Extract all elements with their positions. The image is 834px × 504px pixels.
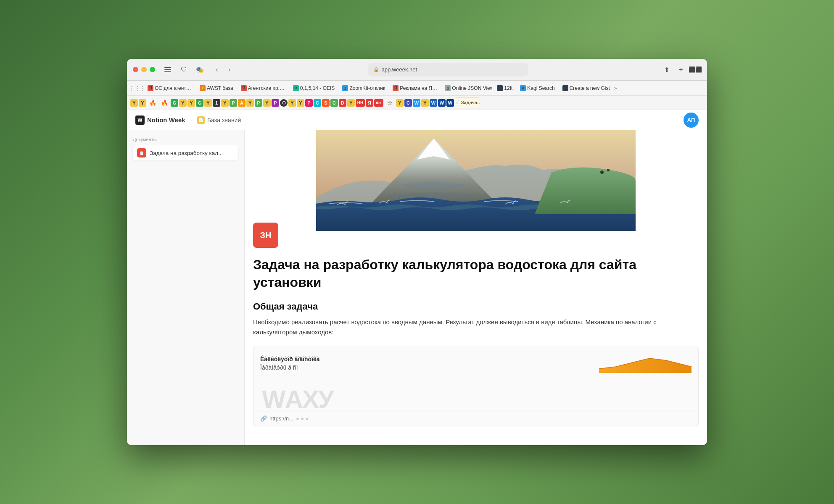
browser-window: 🛡 🎭 ‹ › 🔒 app.weeek.net ⬆ + ⬛⬛ ⋮⋮⋮ Я ОС … <box>127 59 707 445</box>
traffic-lights <box>133 67 155 72</box>
sidebar-item-task[interactable]: 📋 Задача на разработку кал... <box>133 145 238 160</box>
back-button[interactable]: ‹ <box>211 64 222 75</box>
breadcrumb[interactable]: 📄 База знаний <box>197 116 241 124</box>
bm2-d[interactable]: D <box>339 99 346 107</box>
page-title: Задача на разработку калькулятора водост… <box>245 256 707 291</box>
bm2-2[interactable]: Y <box>139 99 146 107</box>
bm2-1[interactable]: Y <box>130 99 138 107</box>
bm2-w2[interactable]: W <box>430 99 437 107</box>
bm2-p1[interactable]: P <box>230 99 237 107</box>
bm2-y3[interactable]: Y <box>179 99 187 107</box>
nav-buttons: ‹ › <box>211 64 235 75</box>
bm2-y12[interactable]: Y <box>396 99 404 107</box>
bm2-star[interactable]: ☆ <box>384 97 395 108</box>
bookmark-label-9: Kagi Search <box>527 85 554 91</box>
bookmark-12ft[interactable]: ↑ 12ft <box>494 84 515 92</box>
bookmark-kagi[interactable]: K Kagi Search <box>517 84 557 92</box>
bm2-task[interactable]: 📄 Задача... <box>455 97 480 108</box>
bookmark-label-2: AWST база <box>207 85 233 91</box>
bookmark-gist[interactable]: ⬡ Create a new Gist <box>560 84 610 92</box>
bm2-1[interactable]: 1 <box>213 99 220 107</box>
bm2-p2[interactable]: P <box>255 99 262 107</box>
hero-svg <box>316 130 636 231</box>
address-bar[interactable]: 🔒 app.weeek.net <box>368 63 528 76</box>
app-logo[interactable]: W Notion Week <box>135 116 185 125</box>
more-bookmarks-button[interactable]: » <box>612 84 620 92</box>
apps-grid-button[interactable]: ⋮⋮⋮ <box>131 82 143 94</box>
embed-dots: ● ● ● <box>296 415 309 422</box>
bm2-yuk[interactable]: юк <box>374 99 383 107</box>
bookmarks-bar-2: Y Y 🔥 🔥 G Y Y G Y 1 Y P A Y P Y P ⬡ Y Y … <box>127 96 707 110</box>
embed-orange-chart <box>599 352 691 375</box>
bookmark-favicon-4: ⚙ <box>293 85 299 91</box>
bm2-y5[interactable]: Y <box>204 99 212 107</box>
titlebar-right: ⬆ + ⬛⬛ <box>661 64 701 76</box>
close-button[interactable] <box>133 67 138 72</box>
bm2-c3[interactable]: C <box>404 99 412 107</box>
svg-point-4 <box>600 171 604 174</box>
forward-button[interactable]: › <box>224 64 235 75</box>
bookmark-favicon-3: Я <box>241 85 247 91</box>
bm2-y8[interactable]: Y <box>263 99 271 107</box>
bm2-github[interactable]: ⬡ <box>280 99 288 107</box>
bookmark-label-8: 12ft <box>504 85 512 91</box>
bm2-y13[interactable]: Y <box>421 99 429 107</box>
embed-chart-svg <box>599 352 691 373</box>
bm2-w3[interactable]: W <box>438 99 446 107</box>
bm2-a[interactable]: A <box>238 99 245 107</box>
url-text: app.weeek.net <box>382 66 417 73</box>
sidebar-toggle-button[interactable] <box>162 64 174 76</box>
embed-card: Êàëêóëÿòîð âîäîñòîêà Ïàðàìåòðû â ñì <box>253 346 699 427</box>
bm2-p3[interactable]: P <box>272 99 279 107</box>
bm2-fire1[interactable]: 🔥 <box>147 97 158 108</box>
bm2-c2[interactable]: C <box>330 99 338 107</box>
share-button[interactable]: ⬆ <box>661 64 673 76</box>
bm2-ya[interactable]: Я <box>366 99 373 107</box>
hero-image <box>316 130 636 231</box>
extension2-button[interactable]: 🎭 <box>194 64 206 76</box>
sidebar: Документы 📋 Задача на разработку кал... <box>127 130 245 445</box>
bm2-s[interactable]: S <box>322 99 330 107</box>
new-tab-button[interactable]: + <box>675 64 687 76</box>
bm2-hh[interactable]: HH <box>356 99 365 107</box>
bm2-w1[interactable]: W <box>413 99 420 107</box>
bm2-g[interactable]: G <box>171 99 178 107</box>
app-logo-icon: W <box>135 116 145 125</box>
sidebar-item-label: Задача на разработку кал... <box>150 150 223 156</box>
bm2-y6[interactable]: Y <box>221 99 229 107</box>
svg-rect-1 <box>164 69 171 70</box>
bm2-c1[interactable]: C <box>314 99 321 107</box>
bookmark-favicon-10: ⬡ <box>562 85 568 91</box>
titlebar: 🛡 🎭 ‹ › 🔒 app.weeek.net ⬆ + ⬛⬛ <box>127 59 707 81</box>
minimize-button[interactable] <box>141 67 147 72</box>
bookmark-favicon-8: ↑ <box>497 85 503 91</box>
bm2-y7[interactable]: Y <box>246 99 254 107</box>
bookmark-zoomkit[interactable]: Z ZoomKit-отклик <box>339 84 388 92</box>
extensions-button[interactable]: 🛡 <box>178 64 190 76</box>
embed-card-link[interactable]: 🔗 https://п... ● ● ● <box>253 412 698 427</box>
bookmark-oeis[interactable]: ⚙ 0,1,5,14 - OEIS <box>290 84 338 92</box>
window-controls-button[interactable]: ⬛⬛ <box>689 64 701 76</box>
bm2-y10[interactable]: Y <box>297 99 304 107</box>
bookmark-favicon-5: Z <box>342 85 348 91</box>
sidebar-item-icon: 📋 <box>137 148 146 158</box>
embed-card-header: Êàëêóëÿòîð âîäîñòîêà Ïàðàìåòðû â ñì <box>253 346 698 378</box>
user-avatar[interactable]: АП <box>684 113 699 128</box>
bm2-y11[interactable]: Y <box>347 99 355 107</box>
bm2-y4[interactable]: Y <box>187 99 195 107</box>
bm2-fire2[interactable]: 🔥 <box>159 97 170 108</box>
main-area: Документы 📋 Задача на разработку кал... <box>127 130 707 445</box>
bm2-p4[interactable]: P <box>305 99 313 107</box>
bookmark-agency[interactable]: Я Агентские пр...кий кабинет <box>238 84 288 92</box>
bm2-y9[interactable]: Y <box>288 99 296 107</box>
bm2-w4[interactable]: W <box>446 99 454 107</box>
nav-separator: · <box>190 116 192 124</box>
bookmark-yandex-maps[interactable]: Я Реклама на Яндекс.Картах <box>390 84 440 92</box>
bookmark-label-4: 0,1,5,14 - OEIS <box>300 85 335 91</box>
bookmark-awst[interactable]: ⚡ AWST база <box>197 84 236 92</box>
maximize-button[interactable] <box>150 67 155 72</box>
bookmark-json-viewer[interactable]: {} Online JSON Viewer <box>442 84 492 92</box>
bookmark-yandex-direct[interactable]: Я ОС для агентств Директ <box>145 84 195 92</box>
bm2-g2[interactable]: G <box>196 99 203 107</box>
link-icon: 🔗 <box>260 415 267 422</box>
